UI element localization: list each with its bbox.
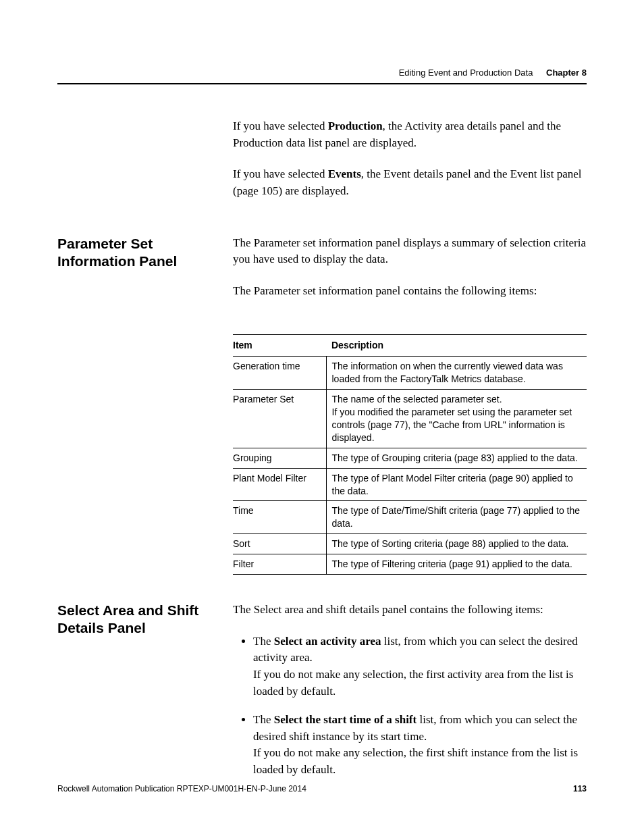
publication-info: Rockwell Automation Publication RPTEXP-U…	[57, 784, 306, 793]
page-footer: Rockwell Automation Publication RPTEXP-U…	[57, 784, 587, 793]
select-panel-list: The Select an activity area list, from w…	[233, 633, 587, 779]
table-header-desc: Description	[326, 335, 587, 357]
header-rule	[57, 83, 587, 84]
select-panel-block: Select Area and Shift Details Panel The …	[57, 602, 587, 791]
page-number: 113	[573, 784, 587, 793]
intro-block: If you have selected Production, the Act…	[57, 118, 587, 215]
table-header-item: Item	[233, 335, 326, 357]
param-table: Item Description Generation time The inf…	[233, 334, 587, 574]
section-title: Editing Event and Production Data	[399, 68, 533, 78]
param-paragraph-1: The Parameter set information panel disp…	[233, 235, 587, 268]
intro-paragraph-2: If you have selected Events, the Event d…	[233, 166, 587, 199]
table-row: Parameter Set The name of the selected p…	[233, 390, 587, 448]
chapter-label: Chapter 8	[546, 68, 587, 78]
table-row: Sort The type of Sorting criteria (page …	[233, 534, 587, 554]
table-row: Grouping The type of Grouping criteria (…	[233, 448, 587, 468]
param-table-wrap: Item Description Generation time The inf…	[233, 334, 587, 574]
parameter-set-block: Parameter Set Information Panel The Para…	[57, 235, 587, 315]
table-row: Plant Model Filter The type of Plant Mod…	[233, 468, 587, 501]
list-item: The Select an activity area list, from w…	[253, 633, 587, 700]
table-row: Filter The type of Filtering criteria (p…	[233, 554, 587, 575]
param-paragraph-2: The Parameter set information panel cont…	[233, 283, 587, 300]
select-panel-paragraph: The Select area and shift details panel …	[233, 602, 587, 619]
intro-paragraph-1: If you have selected Production, the Act…	[233, 118, 587, 151]
list-item: The Select the start time of a shift lis…	[253, 712, 587, 779]
table-row: Time The type of Date/Time/Shift criteri…	[233, 501, 587, 534]
page-header: Editing Event and Production Data Chapte…	[57, 68, 587, 78]
select-panel-heading: Select Area and Shift Details Panel	[57, 602, 233, 791]
parameter-set-heading: Parameter Set Information Panel	[57, 235, 233, 315]
table-row: Generation time The information on when …	[233, 357, 587, 390]
